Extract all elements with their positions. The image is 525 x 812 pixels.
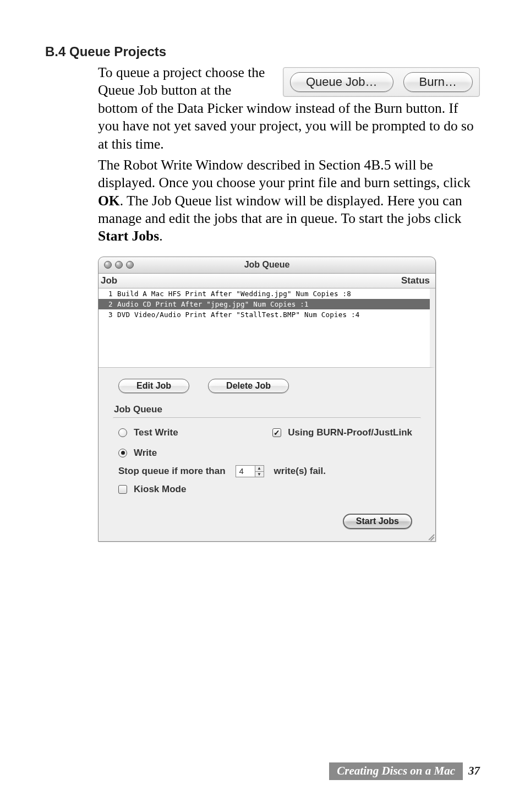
zoom-icon[interactable] (126, 261, 134, 269)
start-jobs-button[interactable]: Start Jobs (343, 514, 412, 529)
job-list[interactable]: 1 Build A Mac HFS Print After "Wedding.j… (99, 288, 435, 368)
row-number: 1 (108, 290, 117, 298)
job-queue-window: Job Queue Job Status 1 Build A Mac HFS P… (98, 257, 436, 542)
delete-job-button[interactable]: Delete Job (208, 379, 289, 393)
resize-handle-icon[interactable] (426, 532, 434, 540)
column-headers: Job Status (99, 274, 435, 288)
burn-button[interactable]: Burn… (403, 72, 473, 92)
stop-queue-value: 4 (236, 466, 255, 477)
section-heading: B.4 Queue Projects (45, 44, 480, 59)
write-label: Write (134, 448, 157, 459)
stop-queue-suffix: write(s) fail. (274, 466, 326, 477)
col-job[interactable]: Job (101, 275, 117, 286)
row-text: Build A Mac HFS Print After "Wedding.jpg… (117, 290, 351, 298)
stop-queue-label: Stop queue if more than (118, 466, 226, 477)
stepper-icon[interactable]: ▲▼ (255, 466, 264, 477)
row-number: 3 (108, 310, 117, 319)
footer-page-number: 37 (468, 764, 480, 778)
row-text: DVD Video/Audio Print After "StallTest.B… (117, 310, 359, 319)
burn-proof-label: Using BURN-Proof/JustLink (288, 427, 412, 438)
kiosk-mode-checkbox[interactable] (118, 485, 127, 494)
queue-job-button[interactable]: Queue Job… (290, 72, 393, 92)
kiosk-mode-label: Kiosk Mode (134, 484, 186, 495)
job-queue-group-label: Job Queue (114, 404, 421, 415)
ok-bold: OK (98, 193, 120, 209)
list-item[interactable]: 1 Build A Mac HFS Print After "Wedding.j… (99, 288, 430, 299)
para2-pre: The Robot Write Window described in Sect… (98, 157, 471, 190)
row-text: Audio CD Print After "jpeg.jpg" Num Copi… (117, 300, 309, 308)
window-titlebar[interactable]: Job Queue (99, 257, 435, 274)
job-queue-group: Test Write Using BURN-Proof/JustLink Wri… (113, 417, 421, 507)
list-item[interactable]: 2 Audio CD Print After "jpeg.jpg" Num Co… (99, 299, 430, 309)
minimize-icon[interactable] (115, 261, 123, 269)
page-footer: Creating Discs on a Mac 37 (329, 762, 480, 780)
test-write-radio[interactable] (118, 428, 127, 437)
stop-queue-stepper[interactable]: 4 ▲▼ (236, 465, 264, 477)
write-radio[interactable] (118, 449, 127, 457)
close-icon[interactable] (104, 261, 112, 269)
row-number: 2 (108, 300, 117, 308)
col-status[interactable]: Status (401, 275, 430, 286)
top-buttons-figure: Queue Job… Burn… (283, 67, 480, 97)
para2-end: . (159, 228, 162, 244)
test-write-label: Test Write (134, 427, 178, 438)
para2-mid: . The Job Queue list window will be disp… (98, 193, 462, 226)
paragraph-2: The Robot Write Window described in Sect… (98, 156, 480, 246)
burn-proof-checkbox[interactable] (272, 428, 281, 437)
edit-job-button[interactable]: Edit Job (118, 379, 189, 393)
footer-chapter: Creating Discs on a Mac (329, 762, 463, 780)
list-item[interactable]: 3 DVD Video/Audio Print After "StallTest… (99, 309, 430, 320)
start-jobs-bold: Start Jobs (98, 228, 159, 244)
window-title: Job Queue (99, 260, 435, 270)
